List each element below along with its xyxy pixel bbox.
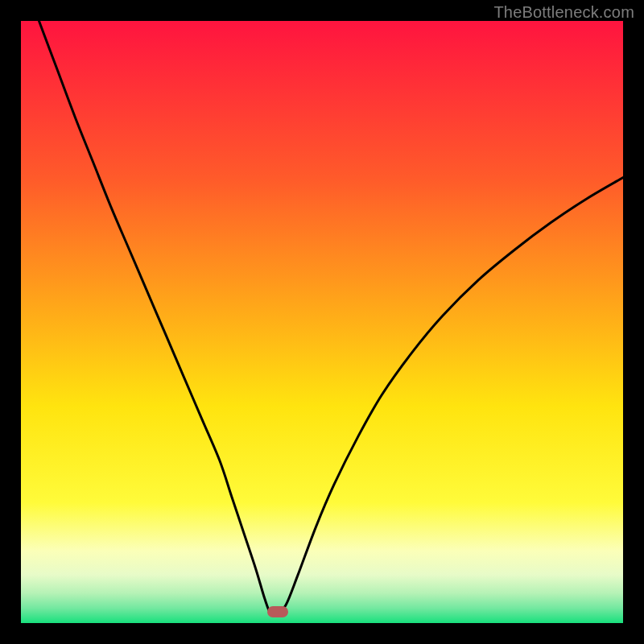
gradient-background bbox=[21, 21, 623, 623]
svg-rect-0 bbox=[21, 21, 623, 623]
optimal-marker bbox=[267, 606, 288, 617]
watermark-text: TheBottleneck.com bbox=[493, 3, 634, 22]
plot-area bbox=[21, 21, 623, 623]
chart-frame: TheBottleneck.com bbox=[0, 0, 644, 644]
